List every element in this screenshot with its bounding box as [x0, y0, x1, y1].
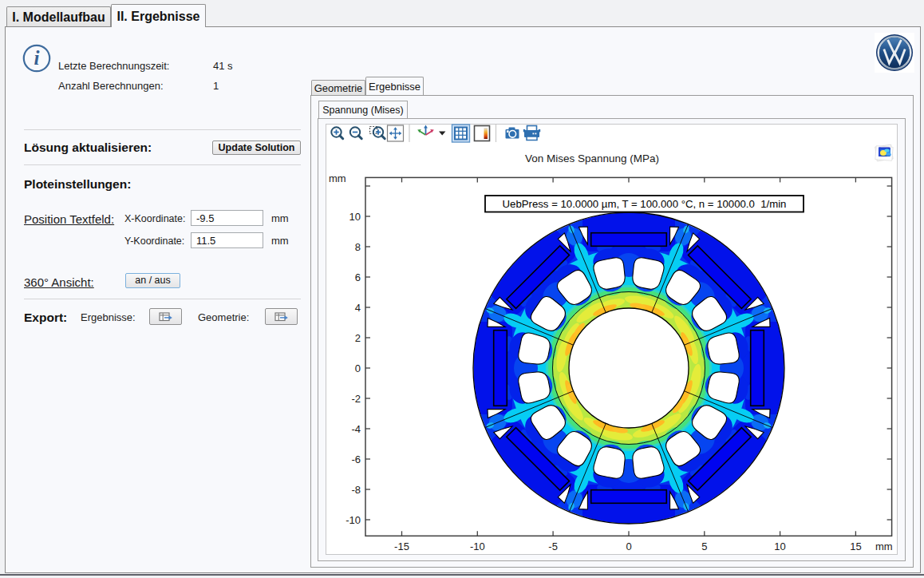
svg-text:4: 4 [355, 301, 361, 313]
svg-text:5: 5 [701, 540, 707, 552]
svg-text:mm: mm [875, 540, 893, 552]
svg-text:-15: -15 [394, 540, 409, 552]
svg-text:mm: mm [329, 172, 346, 184]
svg-text:-2: -2 [351, 392, 361, 404]
svg-text:UebPress = 10.0000 µm, T = 100: UebPress = 10.0000 µm, T = 100.000 °C, n… [503, 198, 787, 210]
svg-text:-10: -10 [346, 513, 361, 525]
svg-text:-8: -8 [351, 483, 361, 495]
svg-text:10: 10 [774, 540, 785, 552]
svg-text:6: 6 [355, 271, 361, 283]
svg-text:10: 10 [349, 210, 361, 222]
svg-text:0: 0 [355, 362, 361, 374]
svg-text:-6: -6 [351, 453, 361, 465]
svg-text:-4: -4 [351, 422, 361, 434]
svg-text:-10: -10 [470, 540, 485, 552]
svg-text:0: 0 [626, 540, 631, 552]
svg-text:8: 8 [355, 240, 361, 252]
svg-text:i: i [34, 47, 40, 69]
svg-text:2: 2 [355, 331, 361, 343]
svg-text:Von Mises Spannung (MPa): Von Mises Spannung (MPa) [525, 152, 659, 164]
svg-text:15: 15 [850, 540, 861, 552]
svg-text:-5: -5 [548, 540, 558, 552]
